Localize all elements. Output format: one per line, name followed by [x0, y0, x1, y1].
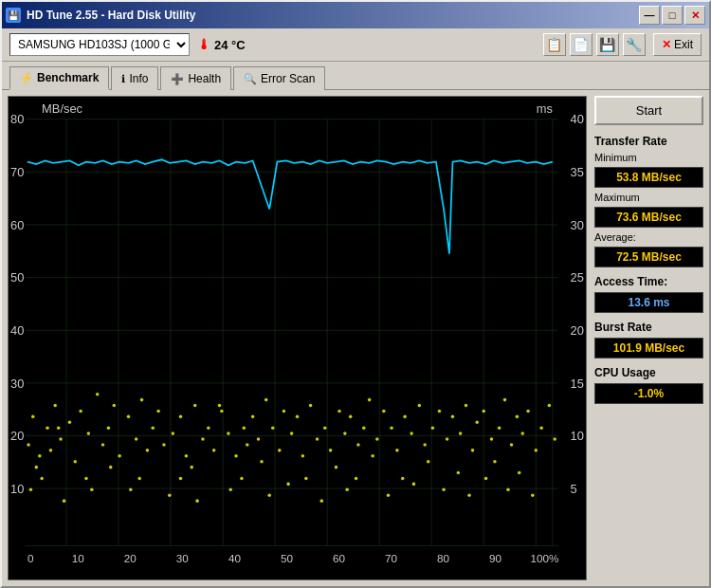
svg-point-116	[304, 477, 308, 481]
svg-point-120	[337, 410, 341, 413]
svg-point-129	[375, 437, 379, 441]
svg-point-151	[475, 421, 479, 425]
svg-point-162	[520, 432, 524, 435]
svg-text:30: 30	[176, 552, 189, 564]
main-content: 80 70 60 50 40 30 20 10 40 35 30 25 20 1…	[8, 96, 703, 580]
info-tab-icon: ℹ	[121, 73, 125, 85]
svg-point-115	[316, 437, 319, 441]
svg-point-125	[345, 488, 349, 492]
main-window: 💾 HD Tune 2.55 - Hard Disk Utility — □ ✕…	[0, 0, 711, 588]
benchmark-chart: 80 70 60 50 40 30 20 10 40 35 30 25 20 1…	[9, 97, 586, 579]
svg-point-71	[127, 415, 131, 419]
cpu-usage-value: -1.0%	[594, 383, 703, 404]
svg-point-95	[190, 466, 193, 469]
svg-rect-0	[9, 97, 586, 579]
svg-point-94	[227, 432, 230, 435]
svg-point-58	[68, 421, 72, 425]
svg-point-82	[172, 432, 175, 435]
svg-point-112	[301, 454, 305, 458]
maximize-button[interactable]: □	[662, 6, 683, 25]
svg-text:ms: ms	[537, 101, 553, 116]
svg-point-123	[349, 415, 353, 419]
save-icon-btn[interactable]: 📋	[543, 33, 566, 56]
svg-text:70: 70	[385, 552, 397, 564]
svg-point-102	[257, 437, 261, 441]
svg-text:35: 35	[571, 165, 584, 179]
svg-point-166	[539, 426, 543, 430]
svg-point-72	[57, 426, 61, 430]
svg-point-61	[79, 410, 82, 413]
svg-text:80: 80	[437, 552, 449, 564]
disk-icon-btn[interactable]: 💾	[596, 33, 619, 56]
svg-point-69	[84, 477, 88, 481]
burst-rate-value: 101.9 MB/sec	[594, 338, 703, 358]
svg-point-55	[53, 404, 57, 408]
svg-point-63	[35, 466, 39, 469]
open-icon-btn[interactable]: 📄	[570, 33, 592, 56]
tab-info-label: Info	[129, 72, 148, 85]
average-label: Average:	[594, 231, 703, 243]
minimize-button[interactable]: —	[639, 6, 660, 25]
svg-point-150	[471, 449, 475, 452]
exit-label: Exit	[674, 38, 693, 51]
svg-point-51	[31, 415, 35, 419]
svg-point-106	[260, 460, 264, 464]
exit-button[interactable]: ✕ Exit	[653, 33, 702, 56]
svg-point-169	[553, 437, 556, 441]
tab-error-scan[interactable]: 🔍 Error Scan	[233, 66, 325, 90]
tab-benchmark[interactable]: ⚡ Benchmark	[9, 66, 109, 90]
access-time-label: Access Time:	[594, 275, 703, 288]
svg-text:30: 30	[10, 377, 24, 391]
svg-point-85	[185, 454, 189, 458]
svg-text:MB/sec: MB/sec	[42, 101, 82, 116]
svg-point-104	[264, 398, 268, 402]
close-button[interactable]: ✕	[684, 6, 705, 25]
svg-point-78	[146, 449, 150, 452]
toolbar-icons: 📋 📄 💾 🔧	[543, 33, 646, 56]
svg-point-50	[27, 443, 30, 447]
svg-point-93	[220, 410, 224, 413]
svg-point-52	[38, 454, 42, 458]
titlebar-left: 💾 HD Tune 2.55 - Hard Disk Utility	[6, 8, 195, 23]
svg-point-163	[526, 410, 530, 413]
svg-point-96	[234, 454, 238, 458]
svg-point-89	[179, 477, 183, 481]
svg-point-64	[96, 393, 100, 396]
svg-point-54	[40, 477, 44, 481]
drive-dropdown[interactable]: SAMSUNG HD103SJ (1000 GB)	[9, 33, 190, 56]
temperature-display: 🌡 24 °C	[197, 37, 246, 52]
svg-point-126	[362, 426, 366, 430]
svg-point-130	[382, 410, 386, 413]
sidebar: Start Transfer Rate Minimum 53.8 MB/sec …	[594, 96, 703, 580]
tabs-bar: ⚡ Benchmark ℹ Info ➕ Health 🔍 Error Scan	[2, 62, 709, 89]
svg-point-131	[371, 454, 374, 458]
svg-text:40: 40	[228, 552, 241, 564]
svg-point-99	[246, 443, 249, 447]
svg-point-137	[401, 477, 405, 481]
svg-text:25: 25	[571, 270, 584, 285]
svg-point-111	[296, 415, 300, 419]
svg-point-160	[516, 415, 520, 419]
settings-icon-btn[interactable]: 🔧	[623, 33, 646, 56]
svg-point-73	[135, 437, 138, 441]
svg-point-57	[29, 488, 33, 492]
svg-text:80: 80	[10, 112, 24, 126]
svg-text:10: 10	[10, 482, 24, 496]
svg-point-140	[412, 483, 416, 487]
start-button[interactable]: Start	[594, 96, 703, 125]
app-icon: 💾	[6, 8, 21, 23]
svg-text:60: 60	[10, 218, 24, 232]
tab-health[interactable]: ➕ Health	[160, 66, 231, 90]
svg-point-142	[438, 410, 442, 413]
svg-point-143	[427, 460, 430, 464]
svg-point-141	[431, 426, 435, 430]
svg-text:90: 90	[489, 552, 501, 564]
svg-point-67	[107, 426, 111, 430]
tab-info[interactable]: ℹ Info	[111, 66, 158, 90]
svg-point-56	[59, 437, 63, 441]
svg-point-59	[49, 449, 53, 452]
svg-point-118	[329, 449, 333, 452]
svg-point-165	[535, 449, 538, 452]
svg-point-164	[518, 471, 521, 475]
svg-point-77	[109, 466, 113, 469]
